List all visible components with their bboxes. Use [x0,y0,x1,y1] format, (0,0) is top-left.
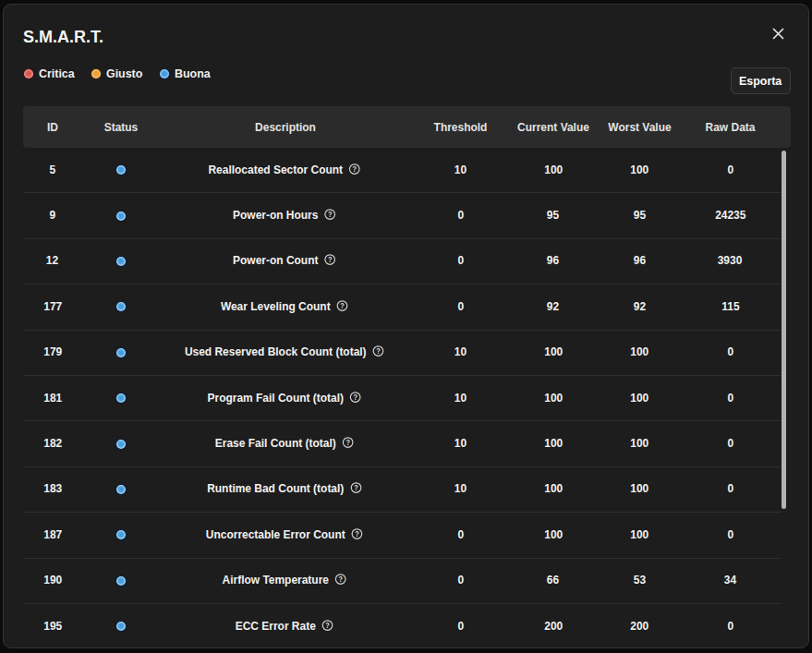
svg-text:?: ? [340,301,345,310]
svg-text:?: ? [355,529,359,538]
svg-text:?: ? [328,211,333,220]
svg-text:?: ? [338,575,343,585]
svg-text:?: ? [325,621,330,630]
svg-text:?: ? [352,164,357,174]
svg-text:?: ? [345,439,350,448]
svg-text:?: ? [353,393,358,402]
svg-text:?: ? [376,347,381,357]
svg-text:?: ? [353,484,358,493]
svg-text:?: ? [328,256,333,265]
